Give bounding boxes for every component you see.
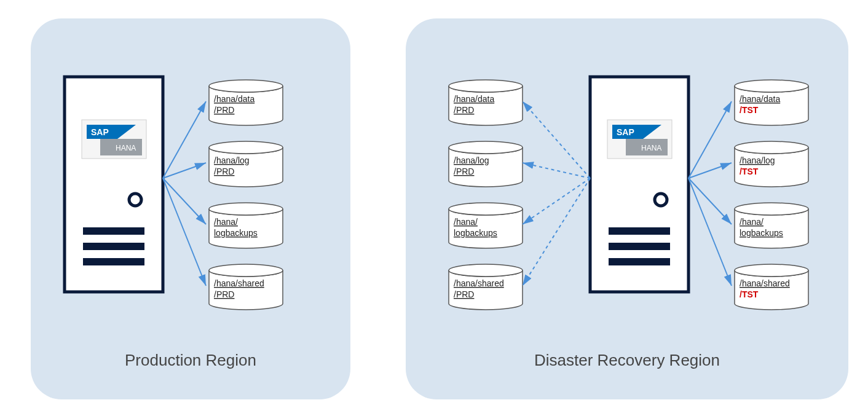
dr-left-disk-2-line1: /hana/	[454, 217, 478, 227]
dr-right-disk-3-line2: /TST	[740, 289, 759, 299]
svg-point-16	[209, 80, 283, 92]
dr-left-disk-2-line2: logbackups	[454, 228, 497, 238]
prod-disk-0-line1: /hana/data	[214, 94, 254, 104]
svg-rect-10	[83, 243, 144, 250]
prod-disk-2: /hana/logbackups	[209, 203, 283, 248]
dr-right-disk-2-line1: /hana/	[740, 217, 763, 227]
svg-point-19	[209, 264, 283, 277]
sap-hana-logo: SAP HANA	[82, 120, 146, 159]
svg-point-46	[735, 203, 808, 215]
dr-left-disk-1-line1: /hana/log	[454, 155, 489, 165]
dr-right-disk-3: /hana/shared/TST	[735, 264, 808, 310]
prod-disk-2-line2: logbackups	[214, 228, 258, 238]
dr-right-disk-1-line1: /hana/log	[740, 155, 775, 165]
svg-point-23	[449, 203, 523, 215]
svg-text:SAP: SAP	[91, 127, 109, 137]
dr-region: /hana/data/PRD/hana/log/PRD/hana/logback…	[406, 18, 848, 399]
dr-left-disk-3-line2: /PRD	[454, 289, 474, 299]
dr-region-label: Disaster Recovery Region	[534, 351, 720, 369]
dr-right-disk-0-line2: /TST	[740, 105, 759, 115]
svg-point-24	[449, 264, 523, 277]
svg-point-45	[735, 141, 808, 154]
dr-left-disk-2: /hana/logbackups	[449, 203, 523, 248]
prod-disk-2-line1: /hana/	[214, 217, 238, 227]
dr-right-disk-0: /hana/data/TST	[735, 80, 808, 125]
production-region-label: Production Region	[125, 351, 256, 369]
svg-point-44	[735, 80, 808, 92]
dr-right-disk-1: /hana/log/TST	[735, 141, 808, 187]
svg-rect-35	[609, 258, 670, 265]
dr-left-disk-1-line2: /PRD	[454, 167, 474, 176]
dr-left-disk-0-line2: /PRD	[454, 105, 474, 115]
svg-point-17	[209, 141, 283, 154]
prod-disk-3-line1: /hana/shared	[214, 278, 264, 288]
dr-server: SAP HANA	[590, 77, 688, 292]
dr-left-disk-0: /hana/data/PRD	[449, 80, 523, 125]
svg-point-18	[209, 203, 283, 215]
prod-disk-1: /hana/log/PRD	[209, 141, 283, 187]
svg-rect-9	[83, 227, 144, 235]
svg-text:HANA: HANA	[116, 144, 136, 152]
prod-disk-3-line2: /PRD	[214, 289, 234, 299]
prod-disk-1-line1: /hana/log	[214, 155, 250, 165]
svg-point-47	[735, 264, 808, 277]
svg-point-21	[449, 80, 523, 92]
sap-hana-logo: SAP HANA	[607, 120, 672, 159]
dr-left-disk-3: /hana/shared/PRD	[449, 264, 523, 310]
svg-rect-33	[609, 227, 670, 235]
svg-point-22	[449, 141, 523, 154]
svg-text:SAP: SAP	[617, 127, 634, 137]
dr-left-disk-0-line1: /hana/data	[454, 94, 494, 104]
dr-right-disk-1-line2: /TST	[740, 167, 759, 176]
prod-disk-1-line2: /PRD	[214, 167, 234, 176]
prod-disk-3: /hana/shared/PRD	[209, 264, 283, 310]
dr-left-disk-1: /hana/log/PRD	[449, 141, 523, 187]
production-server: SAP HANA	[65, 77, 163, 292]
dr-right-disk-2-line2: logbackups	[740, 228, 783, 238]
svg-rect-34	[609, 243, 670, 250]
svg-rect-11	[83, 258, 144, 265]
dr-right-disk-2: /hana/logbackups	[735, 203, 808, 248]
dr-right-disk-0-line1: /hana/data	[740, 94, 780, 104]
production-region: SAP HANA /hana/data/PRD/hana/log/PRD/han…	[31, 18, 350, 399]
dr-left-disk-3-line1: /hana/shared	[454, 278, 504, 288]
prod-disk-0-line2: /PRD	[214, 105, 234, 115]
dr-right-disk-3-line1: /hana/shared	[740, 278, 790, 288]
prod-disk-0: /hana/data/PRD	[209, 80, 283, 125]
svg-text:HANA: HANA	[641, 144, 661, 152]
